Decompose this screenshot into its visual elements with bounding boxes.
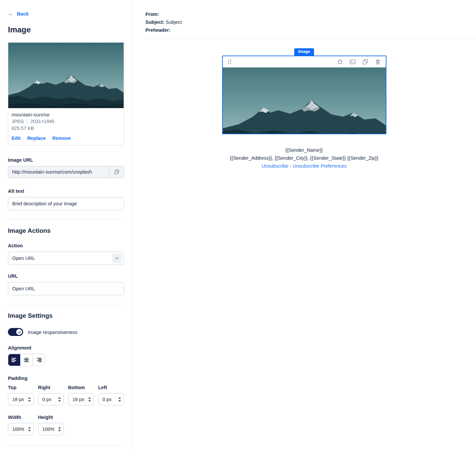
padding-left-input[interactable] — [99, 397, 114, 402]
image-settings-heading: Image Settings — [8, 312, 124, 319]
email-meta: From: Subject: Subject Preheader: — [132, 0, 476, 34]
stepper-down-icon[interactable] — [88, 400, 91, 402]
alt-text-label: Alt text — [8, 188, 124, 194]
file-name: mountain-sunrise — [12, 111, 120, 118]
action-url-input[interactable] — [8, 282, 124, 295]
image-responsiveness-toggle[interactable] — [8, 328, 23, 336]
image-file-card: mountain-sunrise JPEG 2031×1845 825.57 K… — [8, 42, 124, 145]
padding-top-label: Top — [8, 384, 34, 391]
preview-image — [223, 67, 386, 134]
align-center-icon — [23, 358, 29, 362]
align-right-icon — [36, 358, 42, 362]
remove-link[interactable]: Remove — [52, 136, 71, 141]
padding-right-stepper — [38, 393, 64, 405]
image-url-label: Image URL — [8, 157, 124, 163]
sender-name: {{Sender_Name}} — [230, 146, 378, 154]
back-label: Back — [17, 11, 29, 17]
align-left-button[interactable] — [8, 354, 20, 366]
meta-separator — [27, 119, 27, 124]
star-icon[interactable] — [337, 59, 343, 65]
stepper-up-icon[interactable] — [58, 427, 61, 429]
padding-right-input[interactable] — [38, 397, 54, 402]
width-label: Width — [8, 414, 34, 421]
align-left-icon — [11, 358, 17, 362]
stepper-down-icon[interactable] — [58, 430, 61, 431]
trash-icon[interactable] — [375, 59, 381, 65]
divider — [8, 304, 124, 304]
image-thumbnail — [8, 43, 124, 108]
padding-heading: Padding — [8, 375, 124, 381]
action-select[interactable]: Open URL — [8, 252, 124, 265]
image-url-field — [8, 166, 124, 178]
mountain-preview-art — [223, 67, 386, 134]
image-responsiveness-label: Image responsiveness — [28, 329, 77, 335]
check-icon — [18, 330, 21, 334]
alignment-label: Alignment — [8, 345, 124, 351]
subject-value: Subject — [166, 20, 181, 25]
file-dimensions: 2031×1845 — [30, 118, 55, 125]
stepper-down-icon[interactable] — [118, 400, 121, 402]
padding-bottom-label: Bottom — [68, 384, 94, 391]
padding-top-input[interactable] — [8, 397, 24, 402]
mountain-thumbnail-art — [8, 43, 124, 108]
stepper-up-icon[interactable] — [118, 397, 121, 399]
stepper-down-icon[interactable] — [28, 430, 31, 431]
divider — [8, 219, 124, 219]
back-button[interactable]: ← Back — [8, 11, 29, 17]
height-stepper — [38, 423, 64, 435]
padding-bottom-stepper — [68, 393, 94, 405]
drag-handle-icon[interactable] — [227, 59, 232, 65]
stepper-up-icon[interactable] — [28, 427, 31, 429]
copy-url-button[interactable] — [109, 166, 124, 178]
height-label: Height — [38, 414, 64, 421]
preheader-label: Preheader: — [145, 27, 171, 33]
chevron-down-icon — [112, 254, 122, 263]
from-label: From: — [145, 12, 159, 17]
back-arrow-icon: ← — [8, 11, 14, 17]
sender-address-line: {{Sender_Address}}, {{Sender_City}}, {{S… — [230, 154, 378, 162]
terminal-icon[interactable] — [349, 59, 356, 65]
image-settings-panel: ← Back Image — [0, 0, 132, 451]
email-preview-pane: From: Subject: Subject Preheader: Image — [132, 0, 476, 451]
subject-label: Subject: — [145, 20, 164, 25]
padding-bottom-input[interactable] — [68, 397, 84, 402]
link-separator: - — [290, 163, 291, 169]
url-label: URL — [8, 273, 124, 279]
panel-title: Image — [8, 25, 124, 34]
unsubscribe-link[interactable]: Unsubscribe — [262, 163, 289, 169]
padding-left-stepper — [98, 393, 124, 405]
width-input[interactable] — [8, 427, 24, 432]
stepper-down-icon[interactable] — [28, 400, 31, 402]
file-size: 825.57 KB — [12, 125, 120, 132]
padding-right-label: Right — [38, 384, 64, 391]
email-footer: {{Sender_Name}} {{Sender_Address}}, {{Se… — [230, 146, 378, 170]
padding-top-stepper — [8, 393, 34, 405]
action-label: Action — [8, 242, 124, 249]
copy-icon — [114, 169, 120, 175]
divider — [8, 445, 124, 445]
replace-link[interactable]: Replace — [27, 136, 46, 141]
selected-image-block[interactable] — [222, 56, 386, 134]
stepper-up-icon[interactable] — [58, 397, 61, 399]
image-actions-heading: Image Actions — [8, 227, 124, 234]
block-type-chip: Image — [294, 48, 314, 56]
block-toolbar — [223, 56, 386, 67]
align-right-button[interactable] — [33, 354, 45, 366]
stepper-down-icon[interactable] — [58, 400, 61, 402]
width-stepper — [8, 423, 34, 435]
alignment-button-group — [8, 354, 45, 366]
edit-link[interactable]: Edit — [12, 136, 20, 141]
alt-text-input[interactable] — [8, 197, 124, 210]
action-select-value: Open URL — [12, 256, 35, 261]
duplicate-icon[interactable] — [362, 59, 369, 65]
stepper-up-icon[interactable] — [28, 397, 31, 399]
unsubscribe-preferences-link[interactable]: Unsubscribe Preferences — [293, 163, 346, 169]
stepper-up-icon[interactable] — [88, 397, 91, 399]
padding-left-label: Left — [98, 384, 124, 391]
align-center-button[interactable] — [20, 354, 33, 366]
file-format: JPEG — [12, 118, 24, 125]
image-url-input[interactable] — [8, 169, 109, 175]
height-input[interactable] — [38, 427, 54, 432]
